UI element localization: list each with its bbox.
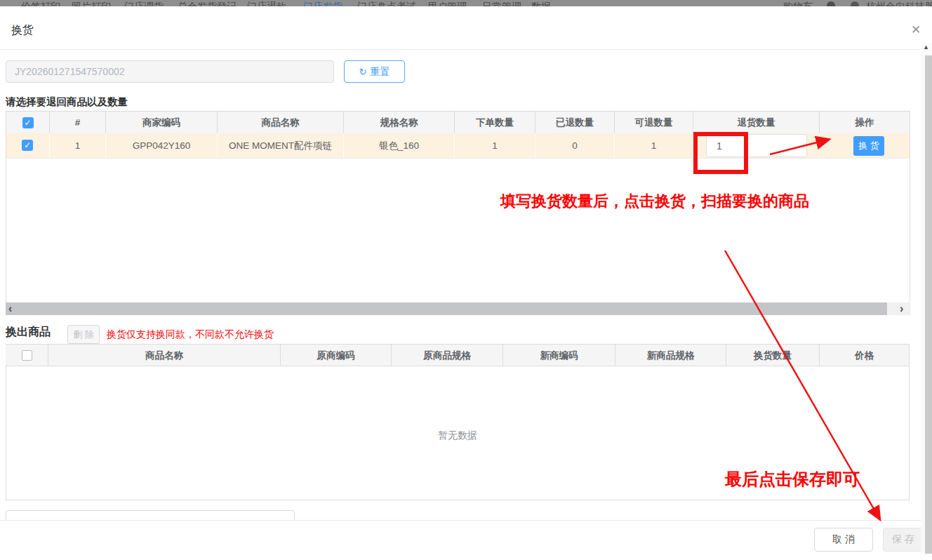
reset-button[interactable]: ↻重置	[344, 60, 405, 83]
exchange-dialog: 换货 ✕ ↻重置 请选择要退回商品以及数量 ✓ # 商家编码 商品名称 规格名称…	[0, 6, 932, 560]
header-divider	[0, 49, 921, 50]
scroll-up-icon[interactable]: ▲	[923, 44, 929, 51]
close-icon[interactable]: ✕	[911, 22, 921, 37]
help-icon[interactable]	[827, 1, 835, 6]
t1-header-return-qty: 退货数量	[693, 111, 820, 133]
t1-header-returnable-qty: 可退数量	[615, 111, 693, 133]
t1-right-border	[910, 111, 910, 302]
annotation-text-2: 最后点击保存即可	[725, 468, 860, 491]
top-nav-bar: 价签打印 照片打印 门店调货 总仓发货登记 门店退款 门店发货 门店盘点考试 用…	[0, 0, 932, 6]
nav-item-store-shipping[interactable]: 门店发货	[303, 1, 342, 6]
section2-title: 换出商品	[6, 325, 51, 340]
company-name: 杭州全向科技股	[866, 1, 932, 6]
t2-header-old-code: 原商编码	[281, 344, 392, 366]
cell-spec-name: 银色_160	[344, 133, 455, 158]
t2-header-price: 价格	[820, 344, 910, 366]
save-button[interactable]: 保 存	[883, 528, 924, 552]
t2-header-new-code: 新商编码	[503, 344, 615, 366]
dialog-title: 换货	[11, 23, 34, 38]
t1-row-divider	[6, 158, 910, 159]
order-scan-input[interactable]	[6, 60, 334, 83]
cell-returnable-qty: 1	[615, 133, 693, 158]
row-checkbox-cell: ✓	[6, 133, 50, 158]
empty-state-text: 暂无数据	[6, 429, 910, 442]
t2-select-all-checkbox[interactable]	[22, 350, 32, 361]
section1-title: 请选择要退回商品以及数量	[6, 95, 128, 109]
t1-header-product-name: 商品名称	[218, 111, 344, 133]
t2-header-product-name: 商品名称	[48, 344, 281, 366]
nav-item-warehouse-register[interactable]: 总仓发货登记	[178, 1, 237, 6]
cell-returned-qty: 0	[535, 133, 615, 158]
t1-header-order-qty: 下单数量	[455, 111, 535, 133]
scroll-right-icon[interactable]: ›	[900, 302, 903, 315]
exchange-button[interactable]: 换 货	[853, 136, 884, 156]
row-checkbox[interactable]: ✓	[22, 140, 33, 151]
t1-header-returned-qty: 已退数量	[535, 111, 615, 133]
nav-more-icon[interactable]: …	[564, 1, 574, 6]
nav-item-store-refund[interactable]: 门店退款	[247, 1, 286, 6]
nav-item-photo-print[interactable]: 照片打印	[72, 1, 111, 6]
remark-input-clip	[6, 510, 296, 520]
annotation-text-1: 填写换货数量后，点击换货，扫描要换的商品	[500, 191, 809, 212]
t2-header-checkbox-cell	[6, 344, 48, 366]
cell-product-name: ONE MOMENT配件项链	[218, 133, 344, 158]
annotation-rectangle	[693, 132, 748, 174]
nav-item-cart[interactable]: 购物车	[783, 1, 813, 6]
nav-item-store-transfer[interactable]: 门店调货	[124, 1, 164, 6]
nav-item-daily-management[interactable]: 日常管理	[482, 1, 521, 6]
cancel-button[interactable]: 取 消	[814, 528, 873, 552]
exchange-warning-text: 换货仅支持换同款，不同款不允许换货	[107, 328, 274, 341]
footer-divider	[0, 520, 921, 521]
t2-header-new-spec: 新商品规格	[615, 344, 726, 366]
cell-index: 1	[50, 133, 106, 158]
t2-header-old-spec: 原商品规格	[392, 344, 503, 366]
t1-header-spec-name: 规格名称	[344, 111, 455, 133]
nav-item-data[interactable]: 数据	[531, 1, 551, 6]
t1-header-index: #	[50, 111, 106, 133]
cell-order-qty: 1	[455, 133, 535, 158]
nav-item-price-tag-print[interactable]: 价签打印	[21, 1, 60, 6]
cell-merchant-code: GPP042Y160	[106, 133, 218, 158]
t1-header-checkbox-cell: ✓	[6, 111, 50, 133]
horizontal-scrollbar-thumb[interactable]	[6, 302, 887, 315]
t1-header-action: 操作	[820, 111, 910, 133]
select-all-checkbox[interactable]: ✓	[22, 117, 34, 128]
t1-header-merchant-code: 商家编码	[106, 111, 218, 133]
nav-item-store-exam[interactable]: 门店盘点考试	[357, 1, 416, 6]
t1-left-border	[6, 111, 6, 302]
vertical-scrollbar-thumb[interactable]	[925, 55, 932, 554]
scroll-left-icon[interactable]: ‹	[8, 302, 12, 315]
delete-button[interactable]: 删 除	[67, 325, 100, 344]
nav-item-user-management[interactable]: 用户管理	[427, 1, 467, 6]
t2-header-exchange-qty: 换货数量	[726, 344, 820, 366]
refresh-icon: ↻	[359, 67, 367, 77]
remark-input[interactable]	[6, 510, 295, 520]
user-icon[interactable]	[851, 1, 859, 6]
